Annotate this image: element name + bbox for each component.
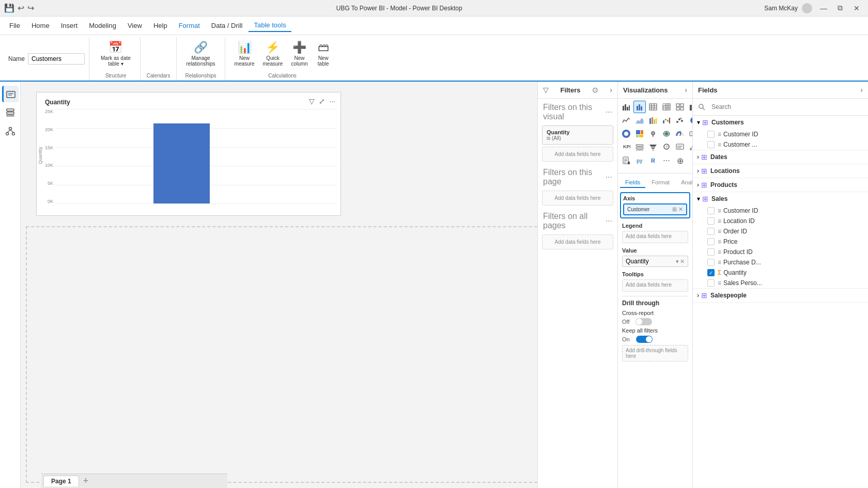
- axis-field-expand[interactable]: ⊞: [672, 206, 677, 213]
- viz-icon-map[interactable]: [647, 128, 659, 140]
- close-button[interactable]: ✕: [849, 2, 864, 14]
- viz-icon-donut[interactable]: [620, 128, 632, 140]
- minimize-button[interactable]: —: [816, 2, 831, 14]
- menu-format[interactable]: Format: [174, 20, 205, 32]
- chart-more-btn[interactable]: ···: [328, 96, 336, 106]
- cross-report-toggle[interactable]: [636, 318, 652, 325]
- new-column-button[interactable]: ➕ Newcolumn: [288, 39, 311, 69]
- viz-icon-ribbon[interactable]: [647, 114, 659, 127]
- viz-icon-more2[interactable]: ⊕: [674, 154, 686, 167]
- viz-icon-table[interactable]: [647, 101, 659, 113]
- undo-icon[interactable]: ↩: [18, 3, 24, 13]
- viz-icon-gauge[interactable]: [674, 128, 686, 140]
- viz-icon-bar[interactable]: [620, 101, 632, 113]
- field-group-dates-header[interactable]: › ⊞ Dates: [693, 150, 868, 164]
- field-sales-product-id-cb[interactable]: [707, 248, 715, 256]
- field-sales-product-id[interactable]: ≡ Product ID: [693, 247, 868, 257]
- field-sales-location-id[interactable]: ≡ Location ID: [693, 216, 868, 226]
- field-sales-customer-id-cb[interactable]: [707, 207, 715, 214]
- field-sales-price[interactable]: ≡ Price: [693, 237, 868, 247]
- field-customer-id[interactable]: ≡ Customer ID: [693, 129, 868, 139]
- field-customer-name-checkbox[interactable]: [707, 141, 715, 148]
- axis-field-remove[interactable]: ✕: [678, 206, 683, 213]
- fields-search-input[interactable]: [708, 102, 863, 112]
- viz-icon-slicer[interactable]: [633, 141, 646, 153]
- chart-focus-btn[interactable]: ⤢: [318, 96, 326, 106]
- mark-date-table-button[interactable]: 📅 Mark as datetable ▾: [98, 39, 134, 69]
- field-sales-customer-id[interactable]: ≡ Customer ID: [693, 206, 868, 216]
- viz-icon-decomp[interactable]: [687, 141, 693, 153]
- quick-measure-button[interactable]: ⚡ Quickmeasure: [259, 39, 286, 69]
- viz-icon-python[interactable]: py: [633, 154, 646, 167]
- value-field-item[interactable]: Quantity ▾ ✕: [622, 256, 688, 267]
- menu-insert[interactable]: Insert: [56, 20, 83, 32]
- viz-icon-waterfall[interactable]: [660, 114, 673, 127]
- field-group-sales-header[interactable]: ▾ ⊞ Sales: [693, 192, 868, 206]
- filters-visual-more[interactable]: ···: [606, 107, 612, 117]
- menu-help[interactable]: Help: [148, 20, 173, 32]
- field-customer-name[interactable]: ≡ Customer ...: [693, 139, 868, 150]
- viz-icon-r[interactable]: R: [647, 154, 659, 167]
- viz-icon-custom1[interactable]: [687, 101, 693, 113]
- viz-icon-area[interactable]: [633, 114, 646, 127]
- menu-home[interactable]: Home: [26, 20, 55, 32]
- viz-icon-column[interactable]: [633, 101, 646, 113]
- chart-filter-btn[interactable]: ▽: [308, 96, 316, 106]
- viz-icon-multirow[interactable]: [674, 101, 686, 113]
- tab-page1[interactable]: Page 1: [43, 476, 79, 486]
- field-group-products-header[interactable]: › ⊞ Products: [693, 178, 868, 192]
- menu-view[interactable]: View: [122, 20, 147, 32]
- tooltips-drop[interactable]: Add data fields here: [622, 279, 688, 292]
- menu-file[interactable]: File: [4, 20, 25, 32]
- save-icon[interactable]: 💾: [4, 3, 14, 13]
- filters-page-more[interactable]: ···: [606, 172, 612, 182]
- viz-icon-line[interactable]: [620, 114, 632, 127]
- filters-page-drop[interactable]: Add data fields here: [542, 191, 613, 206]
- value-field-dropdown[interactable]: ▾: [676, 258, 679, 265]
- viz-icon-qna[interactable]: ?: [660, 141, 673, 153]
- viz-icon-matrix[interactable]: [660, 101, 673, 113]
- field-sales-order-id-cb[interactable]: [707, 228, 715, 235]
- field-sales-price-cb[interactable]: [707, 238, 715, 245]
- axis-field-item[interactable]: Customer ⊞ ✕: [623, 203, 687, 215]
- keep-filters-toggle[interactable]: [636, 336, 653, 343]
- legend-drop[interactable]: Add data fields here: [622, 231, 688, 243]
- fields-expand[interactable]: ›: [860, 86, 863, 94]
- viz-icon-pie[interactable]: [687, 114, 693, 127]
- menu-modeling[interactable]: Modeling: [84, 20, 121, 32]
- name-input[interactable]: [28, 53, 85, 65]
- filter-card-quantity[interactable]: Quantity is (All): [542, 125, 613, 145]
- sidebar-icon-report[interactable]: [2, 86, 19, 102]
- viz-icon-more3[interactable]: ⋮: [687, 154, 693, 167]
- redo-icon[interactable]: ↪: [27, 3, 34, 13]
- sidebar-icon-model[interactable]: [2, 123, 19, 139]
- viz-icon-kpi[interactable]: KPI: [620, 141, 632, 153]
- field-sales-purchase-d-cb[interactable]: [707, 259, 715, 266]
- viz-icon-funnel[interactable]: [647, 141, 659, 153]
- chart-bar-main[interactable]: [153, 123, 210, 203]
- field-group-salespeople-header[interactable]: › ⊞ Salespeople: [693, 289, 868, 302]
- field-sales-order-id[interactable]: ≡ Order ID: [693, 226, 868, 237]
- field-sales-location-id-cb[interactable]: [707, 217, 715, 225]
- field-customer-id-checkbox[interactable]: [707, 131, 715, 138]
- sidebar-icon-data[interactable]: [2, 104, 19, 121]
- viz-icon-smartnarr[interactable]: [674, 141, 686, 153]
- value-field-remove[interactable]: ✕: [680, 258, 685, 265]
- menu-table-tools[interactable]: Table tools: [249, 19, 291, 32]
- viz-tab-format[interactable]: Format: [646, 178, 675, 188]
- field-sales-quantity[interactable]: ✓ Σ Quantity: [693, 267, 868, 278]
- field-group-customers-header[interactable]: ▾ ⊞ Customers: [693, 116, 868, 129]
- menu-data-drill[interactable]: Data / Drill: [206, 20, 248, 32]
- viz-expand[interactable]: ›: [685, 86, 687, 94]
- field-group-locations-header[interactable]: › ⊞ Locations: [693, 164, 868, 178]
- filters-all-drop[interactable]: Add data fields here: [542, 234, 613, 249]
- drillthrough-drop[interactable]: Add drill-through fields here: [622, 345, 688, 361]
- restore-button[interactable]: ⧉: [833, 2, 847, 14]
- viz-icon-filled-map[interactable]: [660, 128, 673, 140]
- new-measure-button[interactable]: 📊 Newmeasure: [231, 39, 258, 69]
- viz-icon-more1[interactable]: ···: [660, 154, 673, 167]
- filters-toggle[interactable]: ⊙: [592, 86, 598, 94]
- viz-icon-card[interactable]: 123: [687, 128, 693, 140]
- field-sales-salesperson[interactable]: ≡ Sales Perso...: [693, 278, 868, 288]
- field-sales-salesperson-cb[interactable]: [707, 279, 715, 287]
